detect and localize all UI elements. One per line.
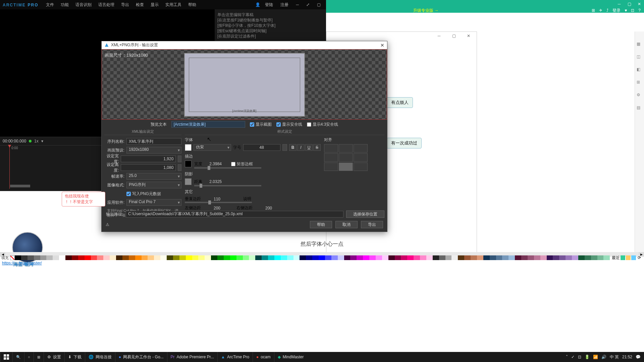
preview-text-input[interactable] (171, 121, 245, 128)
palette-swatch[interactable] (597, 255, 604, 260)
font-size-spinner[interactable] (282, 144, 287, 151)
palette-swatch[interactable] (103, 255, 110, 260)
palette-swatch[interactable] (192, 255, 199, 260)
palette-swatch[interactable] (376, 255, 382, 260)
align-br[interactable] (354, 163, 368, 171)
stroke-color-swatch[interactable] (185, 161, 192, 167)
mm-max-icon[interactable]: ▢ (447, 33, 461, 39)
maximize-icon[interactable]: ▢ (627, 2, 631, 6)
palette-swatch[interactable] (249, 255, 255, 260)
mm-min-icon[interactable]: ─ (432, 33, 446, 39)
font-color-swatch[interactable] (185, 144, 192, 151)
palette-swatch[interactable] (154, 255, 160, 260)
align-ml[interactable] (324, 153, 338, 162)
palette-swatch[interactable] (401, 255, 407, 260)
palette-swatch[interactable] (433, 255, 439, 260)
tray-icon[interactable]: 🔋 (585, 355, 590, 359)
palette-swatch[interactable] (483, 255, 490, 260)
vpad-slider[interactable] (185, 202, 252, 203)
italic-button[interactable]: I (297, 144, 305, 151)
start-button[interactable] (0, 352, 12, 362)
ribbon-icon[interactable]: ⤴ (606, 8, 608, 13)
palette-swatch[interactable] (160, 255, 167, 260)
palette-swatch[interactable] (135, 255, 142, 260)
palette-swatch[interactable] (559, 255, 566, 260)
no-fill-icon[interactable] (10, 255, 15, 260)
task-taskview[interactable]: ⊞ (34, 352, 44, 362)
show-43-check[interactable]: 显示4:3安全线 (307, 122, 338, 127)
menu-tools[interactable]: 实用工具 (163, 1, 184, 9)
tray-icon[interactable]: ⊡ (578, 355, 581, 359)
palette-swatch[interactable] (515, 255, 521, 260)
palette-swatch[interactable] (53, 255, 59, 260)
seq-name-input[interactable] (126, 138, 181, 145)
palette-swatch[interactable] (578, 255, 585, 260)
stroke-slider[interactable] (194, 167, 261, 169)
upgrade-link[interactable]: 升级专业版 → (413, 8, 438, 13)
palette-swatch[interactable] (319, 255, 325, 260)
tray-chevron-icon[interactable]: ˄ (566, 355, 568, 359)
recent-swatch[interactable] (631, 255, 636, 260)
height-spinner[interactable] (178, 164, 181, 171)
palette-swatch[interactable] (15, 255, 21, 260)
palette-swatch[interactable] (34, 255, 40, 260)
palette-swatch[interactable] (110, 255, 116, 260)
palette-swatch[interactable] (198, 255, 205, 260)
palette-swatch[interactable] (78, 255, 85, 260)
minimize-icon[interactable]: ─ (617, 2, 621, 6)
palette-swatch[interactable] (395, 255, 401, 260)
palette-swatch[interactable] (262, 255, 268, 260)
task-chrome[interactable]: ●网易见外工作台 - Go... (115, 352, 167, 362)
palette-swatch[interactable] (414, 255, 420, 260)
warning-icon[interactable]: ⚠ (106, 222, 109, 227)
shadow-slider[interactable] (194, 185, 261, 186)
menu-file[interactable]: 文件 (43, 1, 57, 9)
cancel-button[interactable]: 取消 (335, 221, 358, 228)
ribbon-icon[interactable]: ✈ (599, 8, 602, 13)
strike-button[interactable]: S (313, 144, 321, 151)
task-ocam[interactable]: ●ocam (253, 352, 274, 362)
palette-swatch[interactable] (591, 255, 597, 260)
palette-swatch[interactable] (217, 255, 224, 260)
palette-more-icon[interactable]: ⟳ (637, 255, 642, 260)
app-select[interactable]: Final Cut Pro 7 (126, 199, 181, 206)
width-spinner[interactable] (178, 156, 181, 162)
align-bl[interactable] (324, 163, 338, 171)
palette-swatch[interactable] (382, 255, 388, 260)
palette-swatch[interactable] (553, 255, 559, 260)
palette-swatch[interactable] (148, 255, 154, 260)
palette-swatch[interactable] (142, 255, 148, 260)
palette-swatch[interactable] (186, 255, 192, 260)
palette-swatch[interactable] (508, 255, 515, 260)
palette-swatch[interactable] (59, 255, 65, 260)
ribbon-icon[interactable]: ⊞ (592, 8, 595, 13)
palette-swatch[interactable] (534, 255, 540, 260)
ribbon-icon[interactable]: ♥ (625, 8, 627, 13)
palette-swatch[interactable] (369, 255, 376, 260)
palette-swatch[interactable] (471, 255, 477, 260)
align-tc[interactable] (339, 144, 353, 153)
task-search[interactable]: 🔍 (12, 352, 24, 362)
palette-swatch[interactable] (72, 255, 78, 260)
menu-display[interactable]: 显示 (148, 1, 161, 9)
win-pop-icon[interactable]: ⤢ (304, 1, 312, 8)
recent-swatch[interactable] (621, 255, 625, 260)
underline-button[interactable]: U (305, 144, 313, 151)
palette-swatch[interactable] (28, 255, 34, 260)
palette-swatch[interactable] (255, 255, 262, 260)
palette-swatch[interactable] (407, 255, 414, 260)
url-link[interactable]: https://... /mindmaster/ (2, 261, 42, 265)
menu-lang[interactable]: 语言处理 (96, 1, 117, 9)
dialog-titlebar[interactable]: XML+PNG序列 - 输出设置 ✕ (102, 41, 387, 49)
export-button[interactable]: 导出 (361, 221, 383, 228)
palette-swatch[interactable] (173, 255, 179, 260)
palette-swatch[interactable] (338, 255, 344, 260)
align-tr[interactable] (354, 144, 368, 153)
close-icon[interactable]: ✕ (637, 2, 641, 6)
rect-border-check[interactable]: 矩形边框 (231, 161, 253, 167)
palette-swatch[interactable] (230, 255, 236, 260)
tray-icon[interactable]: ✓ (571, 355, 575, 359)
palette-swatch[interactable] (363, 255, 369, 260)
task-mindmaster[interactable]: ◆MindMaster (274, 352, 307, 362)
palette-swatch[interactable] (312, 255, 319, 260)
